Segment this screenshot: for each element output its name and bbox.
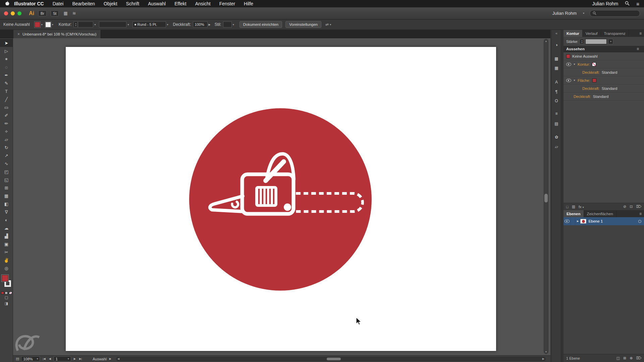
shaper-tool[interactable]: ✧ <box>0 127 13 135</box>
scroll-right-icon[interactable]: ▶ <box>542 357 544 360</box>
stroke-color-swatch[interactable] <box>45 22 51 27</box>
layer-name[interactable]: Ebene 1 <box>588 219 603 223</box>
draw-mode-button[interactable]: ▢ <box>0 294 13 300</box>
opacity-link[interactable]: Deckkraft: <box>582 86 600 90</box>
scroll-up-icon[interactable]: ▲ <box>544 40 548 42</box>
make-clipping-mask-icon[interactable]: ◫ <box>616 356 620 360</box>
menu-hilfe[interactable]: Hilfe <box>244 1 253 6</box>
curvature-tool[interactable]: ✎ <box>0 79 13 87</box>
opacity-link[interactable]: Deckkraft: <box>582 70 600 74</box>
clear-appearance-icon[interactable]: ⊘ <box>623 204 626 209</box>
color-panel-icon[interactable]: ◑ <box>552 43 561 47</box>
disclosure-icon[interactable]: ▼ <box>573 79 576 81</box>
stroke-panel-icon[interactable]: ≡ <box>552 111 561 116</box>
transform-panel-icon[interactable]: ▱ <box>552 144 561 149</box>
gradient-button[interactable] <box>5 292 8 294</box>
scroll-down-icon[interactable]: ▼ <box>544 351 548 353</box>
document-tab[interactable]: × Unbenannt-8* bei 108 % (CMYK/Vorschau) <box>13 30 101 38</box>
account-user[interactable]: Julian Rohm <box>552 11 577 16</box>
rotate-tool[interactable]: ↻ <box>0 143 13 152</box>
menu-objekt[interactable]: Objekt <box>104 1 117 6</box>
zoom-dropdown-icon[interactable]: ▾ <box>37 357 38 360</box>
pencil-tool[interactable]: ✏ <box>0 119 13 127</box>
artboard-dropdown-icon[interactable]: ▾ <box>68 357 69 360</box>
eyedropper-tool[interactable]: ∇ <box>0 208 13 216</box>
visibility-eye-icon[interactable] <box>566 79 571 82</box>
paintbrush-tool[interactable]: ✐ <box>0 111 13 119</box>
layer-target-icon[interactable] <box>638 220 641 223</box>
fill-opacity-row[interactable]: Deckkraft: Standard <box>564 84 644 93</box>
first-artboard-button[interactable]: |◀ <box>42 357 46 360</box>
bridge-button[interactable]: Br <box>38 10 47 16</box>
color-guide-panel-icon[interactable]: ▩ <box>552 56 561 61</box>
fx-button[interactable]: fx▾ <box>579 205 584 209</box>
vertical-scrollbar-thumb[interactable] <box>544 194 548 202</box>
publish-icon[interactable]: ▤ <box>16 357 19 361</box>
apple-menu-icon[interactable] <box>5 1 9 7</box>
arrange-dropdown-icon[interactable]: ▾ <box>330 23 331 26</box>
stroke-tab-kontur[interactable]: Kontur <box>564 30 583 37</box>
panel-menu-icon[interactable]: ≡ <box>637 30 644 37</box>
width-profile-dropdown-icon[interactable]: ▾ <box>127 23 129 26</box>
type-tool[interactable]: T <box>0 87 13 95</box>
slice-tool[interactable]: ✂ <box>0 248 13 256</box>
menu-datei[interactable]: Datei <box>53 1 64 6</box>
opacity-field[interactable]: 100% <box>193 21 208 27</box>
workspace-switcher-icon[interactable]: ▦ <box>63 11 67 16</box>
stroke-weight-dropdown-icon[interactable]: ▾ <box>94 23 96 26</box>
stroke-tab-verlauf[interactable]: Verlauf <box>583 30 601 37</box>
hand-tool[interactable]: ✌ <box>0 256 13 264</box>
canvas-area[interactable]: ▲ ▼ <box>13 38 550 355</box>
fill-red-swatch[interactable] <box>592 78 596 82</box>
menubar-user[interactable]: Julian Rohm <box>592 1 618 6</box>
stroke-dropdown-icon[interactable]: ▾ <box>52 23 53 26</box>
pen-tool[interactable]: ✒ <box>0 71 13 79</box>
layer-visibility-cell[interactable] <box>564 217 571 225</box>
menu-auswahl[interactable]: Auswahl <box>148 1 166 6</box>
width-profile-dropdown[interactable] <box>99 21 126 27</box>
symbol-sprayer-tool[interactable]: ☁ <box>0 224 13 232</box>
close-tab-icon[interactable]: × <box>17 32 20 37</box>
visibility-eye-icon[interactable] <box>565 220 570 223</box>
eraser-tool[interactable]: ▱ <box>0 135 13 143</box>
zoom-tool[interactable]: ◎ <box>0 264 13 272</box>
weight-stepper[interactable]: ▴▾ <box>580 39 584 44</box>
artboard-tool[interactable]: ▣ <box>0 240 13 248</box>
fill-dropdown-icon[interactable]: ▾ <box>41 23 43 26</box>
delete-item-icon[interactable]: ⌦ <box>636 204 641 209</box>
menu-fenster[interactable]: Fenster <box>219 1 235 6</box>
add-new-stroke-icon[interactable]: □ <box>566 205 569 209</box>
stroke-tab-transparenz[interactable]: Transparenz <box>601 30 629 37</box>
layer-thumbnail[interactable] <box>580 219 586 224</box>
stroke-weight-field[interactable] <box>78 21 93 27</box>
layer-disclosure-icon[interactable]: ▶ <box>577 220 579 223</box>
stroke-opacity-row[interactable]: Deckkraft: Standard <box>564 68 644 76</box>
fill-color-swatch[interactable] <box>35 22 40 27</box>
status-dropdown-icon[interactable]: ▶ <box>109 357 112 360</box>
symbols-panel-icon[interactable]: ✿ <box>552 135 561 139</box>
weight-field[interactable] <box>585 39 607 44</box>
fill-row-label[interactable]: Fläche: <box>578 78 590 82</box>
minimize-window-button[interactable] <box>11 11 15 15</box>
next-artboard-button[interactable]: ▶ <box>73 357 76 360</box>
free-transform-tool[interactable]: ◰ <box>0 168 13 176</box>
character-panel-icon[interactable]: A <box>552 80 561 84</box>
horizontal-scrollbar[interactable]: ◀ ▶ <box>116 357 546 361</box>
gradient-tool[interactable]: ◧ <box>0 200 13 208</box>
panel-menu-icon[interactable]: ≡ <box>634 47 641 51</box>
stock-button[interactable]: St <box>51 10 59 16</box>
spotlight-icon[interactable] <box>625 1 630 7</box>
app-search-input[interactable] <box>590 10 640 17</box>
style-dropdown-icon[interactable]: ▾ <box>233 23 234 26</box>
screen-mode-button[interactable]: ◨ <box>0 300 13 306</box>
shape-builder-tool[interactable]: ◱ <box>0 176 13 184</box>
opacity-dropdown-icon[interactable]: ▶ <box>209 23 211 26</box>
blend-tool[interactable]: ◐ <box>0 216 13 224</box>
scroll-left-icon[interactable]: ◀ <box>117 357 119 360</box>
column-graph-tool[interactable]: ▟ <box>0 232 13 240</box>
preferences-button[interactable]: Voreinstellungen <box>285 21 321 28</box>
panel-menu-icon[interactable]: ≡ <box>637 210 644 217</box>
object-opacity-row[interactable]: Deckkraft: Standard <box>564 93 644 101</box>
arrange-icon[interactable]: ⇌ <box>325 22 329 27</box>
mesh-tool[interactable]: ▦ <box>0 192 13 200</box>
